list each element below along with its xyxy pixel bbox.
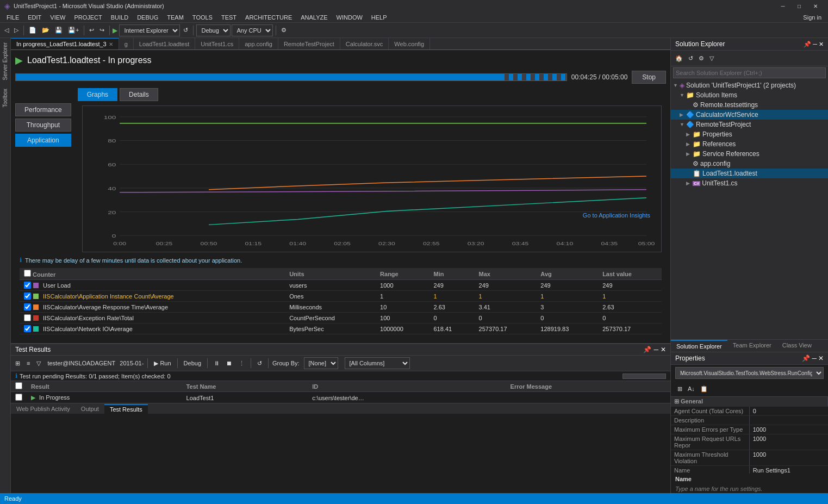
tr-stop2-btn[interactable]: ⏹ — [224, 357, 234, 370]
menu-test[interactable]: TEST — [217, 12, 241, 23]
se-window-controls[interactable]: 📌 ─ ✕ — [804, 41, 824, 48]
sign-in-link[interactable]: Sign in — [803, 14, 826, 21]
output-tab[interactable]: Output — [76, 405, 104, 413]
forward-btn[interactable]: ▷ — [12, 24, 21, 37]
tr-close-btn[interactable]: ✕ — [661, 346, 666, 353]
counter-checkbox-1[interactable] — [24, 293, 31, 300]
menu-team[interactable]: TEAM — [163, 12, 188, 23]
tab-loadtest1[interactable]: LoadTest1.loadtest — [134, 38, 195, 49]
menu-architecture[interactable]: ARCHITECTURE — [241, 12, 296, 23]
debug-dropdown[interactable]: Debug — [196, 24, 231, 36]
throughput-btn[interactable]: Throughput — [15, 119, 71, 132]
tab-webconfig[interactable]: Web.config — [389, 38, 430, 49]
run-btn[interactable]: ▶ Internet Explorer — [113, 24, 180, 36]
tree-item[interactable]: 📋 LoadTest1.loadtest — [671, 169, 828, 178]
stop-button[interactable]: Stop — [632, 71, 666, 84]
tree-item[interactable]: ▶ C# UnitTest1.cs — [671, 178, 828, 188]
toolbox-tab[interactable]: Toolbox — [1, 84, 9, 111]
tab-calculatorsvc[interactable]: Calculator.svc — [340, 38, 389, 49]
menu-build[interactable]: BUILD — [107, 12, 133, 23]
tree-item[interactable]: ▼ 🔷 RemoteTestProject — [671, 120, 828, 129]
menu-project[interactable]: PROJECT — [70, 12, 106, 23]
se-filter-btn[interactable]: ▽ — [707, 52, 716, 65]
tr-select-all[interactable] — [15, 382, 22, 389]
tr-list-btn[interactable]: ≡ — [24, 357, 32, 370]
counter-checkbox-2[interactable] — [24, 303, 31, 310]
menu-help[interactable]: HELP — [367, 12, 391, 23]
window-controls[interactable]: ─ □ ✕ — [775, 0, 824, 12]
test-results-window-controls[interactable]: 📌 ─ ✕ — [643, 346, 666, 353]
details-tab[interactable]: Details — [120, 88, 158, 101]
tr-filter-btn[interactable]: ▽ — [34, 357, 43, 370]
se-tab-solution-explorer[interactable]: Solution Explorer — [671, 340, 727, 352]
tree-item[interactable]: ▶ 📁 References — [671, 139, 828, 149]
tr-run-btn[interactable]: ▶ Run — [152, 357, 173, 370]
tree-item[interactable]: ▼ 📁 Solution Items — [671, 90, 828, 100]
props-alpha-btn[interactable]: A↓ — [686, 382, 697, 395]
undo-btn[interactable]: ↩ — [87, 24, 96, 37]
tr-row-check[interactable] — [15, 394, 22, 401]
menu-debug[interactable]: DEBUG — [133, 12, 163, 23]
new-project-btn[interactable]: 📄 — [27, 24, 39, 37]
tab-appconfig[interactable]: app.config — [239, 38, 278, 49]
tr-more-btn[interactable]: ⋮ — [236, 357, 247, 370]
tr-pin-btn[interactable]: 📌 — [643, 346, 651, 353]
props-min-btn[interactable]: ─ — [812, 354, 817, 362]
browser-dropdown[interactable]: Internet Explorer — [119, 24, 180, 36]
tab-g[interactable]: g — [119, 38, 134, 49]
se-home-btn[interactable]: 🏠 — [673, 52, 685, 65]
save-all-btn[interactable]: 💾+ — [66, 24, 81, 37]
redo-btn[interactable]: ↪ — [97, 24, 107, 37]
menu-analyze[interactable]: ANALYZE — [296, 12, 332, 23]
maximize-btn[interactable]: □ — [791, 0, 807, 12]
menu-view[interactable]: VIEW — [46, 12, 70, 23]
se-tab-team-explorer[interactable]: Team Explorer — [727, 340, 777, 352]
tab-remotetestproject[interactable]: RemoteTestProject — [278, 38, 340, 49]
select-all-checkbox[interactable] — [24, 270, 31, 277]
props-object-selector[interactable]: Microsoft.VisualStudio.TestTools.WebStre… — [675, 367, 824, 379]
performance-btn[interactable]: Performance — [15, 103, 71, 116]
menu-file[interactable]: FILE — [2, 12, 23, 23]
props-pages-btn[interactable]: 📋 — [698, 382, 710, 395]
open-btn[interactable]: 📂 — [40, 24, 52, 37]
counter-checkbox-4[interactable] — [24, 325, 31, 332]
save-btn[interactable]: 💾 — [53, 24, 65, 37]
tree-item[interactable]: ⚙ app.config — [671, 159, 828, 169]
back-btn[interactable]: ◁ — [2, 24, 11, 37]
tree-item[interactable]: ⚙ Remote.testsettings — [671, 100, 828, 110]
counter-checkbox-0[interactable] — [24, 282, 31, 289]
extra-toolbar-btn[interactable]: ⚙ — [279, 24, 289, 37]
tr-min-btn[interactable]: ─ — [653, 346, 658, 353]
graphs-tab[interactable]: Graphs — [78, 88, 117, 101]
solution-search-input[interactable] — [673, 67, 826, 78]
tree-item[interactable]: ▼ ◈ Solution 'UnitTestProject1' (2 proje… — [671, 80, 828, 90]
cpu-dropdown[interactable]: Any CPU — [232, 24, 273, 36]
tree-item[interactable]: ▶ 📁 Service References — [671, 149, 828, 159]
se-tab-class-view[interactable]: Class View — [777, 340, 817, 352]
tr-refresh-btn[interactable]: ↺ — [255, 357, 264, 370]
tab-loadtest-inprogress[interactable]: In progress_LoadTest1.loadtest_3 ✕ — [11, 38, 119, 49]
tr-grid-btn[interactable]: ⊞ — [13, 357, 22, 370]
close-tab-0[interactable]: ✕ — [109, 41, 113, 47]
filter-select[interactable]: [All Columns] — [345, 357, 410, 369]
table-row[interactable]: ▶ In Progress LoadTest1 c:\users\tester\… — [11, 392, 670, 403]
se-pin-btn[interactable]: 📌 — [804, 41, 811, 48]
web-publish-tab[interactable]: Web Publish Activity — [11, 405, 76, 413]
props-window-controls[interactable]: 📌 ─ ✕ — [802, 354, 824, 362]
minimize-btn[interactable]: ─ — [775, 0, 791, 12]
se-min-btn[interactable]: ─ — [813, 41, 817, 48]
insights-link[interactable]: Go to Application Insights — [583, 212, 650, 219]
props-cat-btn[interactable]: ⊞ — [675, 382, 684, 395]
props-pin-btn[interactable]: 📌 — [802, 354, 810, 362]
se-refresh-btn[interactable]: ↺ — [686, 52, 695, 65]
menu-window[interactable]: WINDOW — [332, 12, 367, 23]
menu-edit[interactable]: EDIT — [23, 12, 46, 23]
se-settings-btn[interactable]: ⚙ — [696, 52, 706, 65]
server-explorer-tab[interactable]: Server Explorer — [1, 38, 9, 84]
close-btn[interactable]: ✕ — [807, 0, 824, 12]
test-results-tab[interactable]: Test Results — [104, 404, 148, 414]
props-close-btn[interactable]: ✕ — [818, 354, 824, 362]
tree-item[interactable]: ▶ 📁 Properties — [671, 129, 828, 139]
counter-checkbox-3[interactable] — [24, 314, 31, 321]
se-close-btn[interactable]: ✕ — [819, 41, 824, 48]
